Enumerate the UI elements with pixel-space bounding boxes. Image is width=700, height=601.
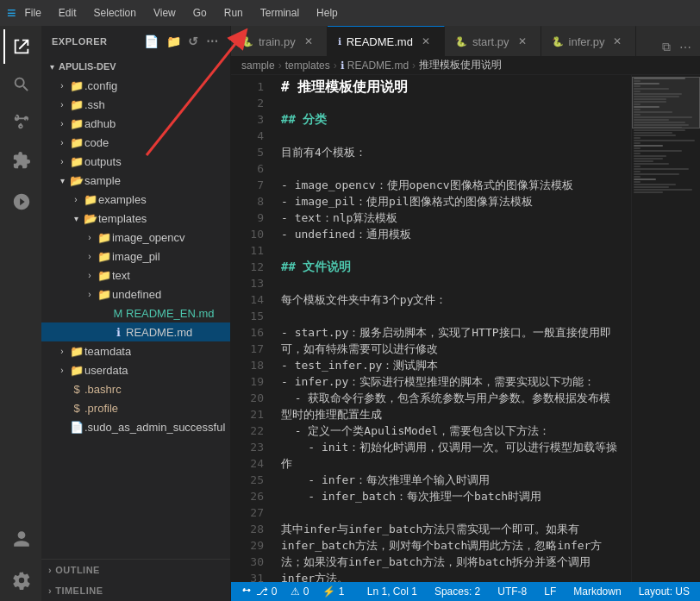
menu-view[interactable]: View — [150, 5, 179, 21]
tab-start[interactable]: 🐍 start.py ✕ — [445, 26, 541, 56]
tree-item-profile[interactable]: $ .profile — [41, 398, 230, 417]
activity-settings[interactable] — [3, 563, 38, 598]
tree-item-ssh[interactable]: › 📁 .ssh — [41, 95, 230, 114]
tree-label-bashrc: .bashrc — [84, 383, 122, 396]
tree-item-templates[interactable]: ▾ 📂 templates — [41, 209, 230, 228]
sidebar-tree: ▾ APULIS-DEV › 📁 .config › 📁 .ssh › — [41, 57, 230, 559]
menu-help[interactable]: Help — [313, 5, 341, 21]
breadcrumb-readme[interactable]: ℹREADME.md — [341, 59, 409, 72]
tree-item-readme-en[interactable]: M README_EN.md — [41, 304, 230, 322]
split-editor-icon[interactable]: ⧉ — [660, 38, 672, 56]
tree-item-apulis-dev[interactable]: ▾ APULIS-DEV — [41, 57, 230, 76]
tree-item-userdata[interactable]: › 📁 userdata — [41, 360, 230, 379]
python-icon: 🐍 — [455, 36, 467, 47]
line-12: ## 文件说明 — [281, 259, 621, 275]
breadcrumb-sep-1: › — [278, 59, 282, 72]
more-tab-actions-icon[interactable]: ⋯ — [678, 39, 693, 56]
status-left: ⎇ 0 ⚠ 0 ⚡ 1 — [238, 585, 347, 598]
breadcrumb: sample › templates › ℹREADME.md › 推理模板使用… — [231, 56, 700, 75]
tab-train[interactable]: 🐍 train.py ✕ — [231, 26, 328, 56]
encoding-status[interactable]: UTF-8 — [494, 585, 530, 598]
tree-item-text[interactable]: › 📁 text — [41, 266, 230, 285]
tree-item-undefined[interactable]: › 📁 undefined — [41, 285, 230, 304]
editor-text[interactable]: # 推理模板使用说明 ## 分类 目前有4个模板： - image_opencv… — [271, 75, 631, 582]
tree-item-adhub[interactable]: › 📁 adhub — [41, 114, 230, 133]
spaces-status[interactable]: Spaces: 2 — [431, 585, 484, 598]
menu-bar: File Edit Selection View Go Run Terminal… — [22, 5, 341, 21]
activity-extensions[interactable] — [3, 143, 38, 178]
tab-close-train[interactable]: ✕ — [301, 35, 316, 47]
tree-label-templates: templates — [98, 212, 147, 225]
folder-icon: 📁 — [69, 136, 84, 149]
arrow-icon: › — [83, 233, 97, 242]
tree-label-code: code — [84, 136, 109, 149]
tree-label-outputs: outputs — [84, 155, 122, 168]
file-icon: $ — [69, 402, 84, 415]
tree-item-outputs[interactable]: › 📁 outputs — [41, 152, 230, 171]
timeline-panel[interactable]: › TIMELINE — [41, 580, 230, 601]
folder-icon: 📁 — [83, 193, 98, 206]
tree-label-undefined: undefined — [112, 288, 161, 301]
new-file-icon[interactable]: 📄 — [142, 33, 161, 50]
tab-close-readme[interactable]: ✕ — [418, 35, 434, 47]
activity-account[interactable] — [3, 522, 38, 556]
activity-explorer[interactable] — [3, 29, 38, 64]
menu-terminal[interactable]: Terminal — [257, 5, 303, 21]
tab-infer[interactable]: 🐍 infer.py ✕ — [541, 26, 637, 56]
warnings-status[interactable]: ⚡ 1 — [319, 585, 347, 598]
file-icon: 📄 — [69, 421, 84, 434]
tree-item-image-pil[interactable]: › 📁 image_pil — [41, 247, 230, 266]
outline-panel[interactable]: › OUTLINE — [41, 560, 230, 580]
activity-debug[interactable] — [3, 185, 38, 219]
arrow-icon: ▾ — [69, 214, 83, 223]
outline-label: OUTLINE — [55, 565, 100, 575]
line-ending-status[interactable]: LF — [541, 585, 559, 598]
breadcrumb-section[interactable]: 推理模板使用说明 — [419, 58, 502, 72]
status-right: Ln 1, Col 1 Spaces: 2 UTF-8 LF Markdown … — [364, 585, 693, 598]
tab-close-infer[interactable]: ✕ — [609, 35, 625, 47]
menu-go[interactable]: Go — [190, 5, 210, 21]
tree-item-sudo[interactable]: 📄 .sudo_as_admin_successful — [41, 417, 230, 436]
more-actions-icon[interactable]: ⋯ — [204, 33, 221, 50]
cursor-position[interactable]: Ln 1, Col 1 — [364, 585, 421, 598]
arrow-icon: › — [55, 157, 69, 166]
tab-readme-md[interactable]: ℹ README.md ✕ — [328, 26, 445, 56]
tree-item-image-opencv[interactable]: › 📁 image_opencv — [41, 228, 230, 247]
menu-edit[interactable]: Edit — [55, 5, 80, 21]
menu-run[interactable]: Run — [221, 5, 247, 21]
breadcrumb-templates[interactable]: templates — [285, 59, 330, 72]
tab-close-start[interactable]: ✕ — [515, 35, 530, 47]
tree-item-teamdata[interactable]: › 📁 teamdata — [41, 341, 230, 360]
line-9: - text：nlp算法模板 — [281, 210, 621, 226]
breadcrumb-sample[interactable]: sample — [241, 59, 275, 72]
tree-label-text: text — [112, 269, 130, 282]
tree-item-examples[interactable]: › 📁 examples — [41, 190, 230, 209]
language-mode[interactable]: Markdown — [570, 585, 624, 598]
folder-open-icon: 📂 — [69, 174, 84, 187]
tree-item-code[interactable]: › 📁 code — [41, 133, 230, 152]
activity-search[interactable] — [3, 67, 38, 102]
new-folder-icon[interactable]: 📁 — [165, 33, 184, 50]
menu-file[interactable]: File — [22, 5, 45, 21]
arrow-icon: › — [83, 252, 97, 261]
activity-git[interactable] — [3, 105, 38, 140]
line-19: - 获取命令行参数，包含系统参数与用户参数。参数根据发布模型时的推理配置生成 — [281, 390, 621, 423]
tree-item-bashrc[interactable]: $ .bashrc — [41, 379, 230, 398]
errors-status[interactable]: ⚠ 0 — [287, 585, 312, 598]
line-15 — [281, 308, 621, 324]
tree-item-sample[interactable]: ▾ 📂 sample — [41, 171, 230, 190]
git-branch-status[interactable]: ⎇ 0 — [238, 585, 280, 598]
line-3: ## 分类 — [281, 111, 621, 128]
tree-item-config[interactable]: › 📁 .config — [41, 76, 230, 95]
line-4 — [281, 128, 621, 144]
menu-selection[interactable]: Selection — [91, 5, 140, 21]
arrow-icon: › — [69, 195, 83, 204]
tab-actions: ⧉ ⋯ — [653, 38, 700, 56]
arrow-icon: › — [55, 100, 69, 110]
layout-status[interactable]: Layout: US — [635, 585, 693, 598]
folder-icon: 📁 — [97, 250, 112, 263]
tree-item-readme-md[interactable]: ℹ README.md — [41, 322, 230, 341]
line-24 — [281, 504, 621, 521]
minimap[interactable] — [631, 75, 700, 582]
refresh-icon[interactable]: ↺ — [186, 33, 201, 50]
